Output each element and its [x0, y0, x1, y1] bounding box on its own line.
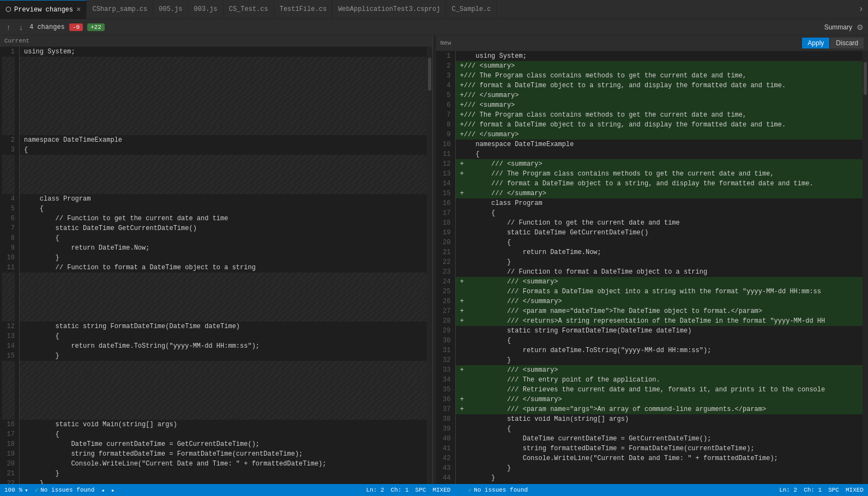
- line-number: 5: [438, 90, 451, 100]
- settings-gear-icon[interactable]: ⚙: [857, 23, 864, 32]
- line-number: 4: [438, 81, 451, 90]
- status-right: Ln: 2 Ch: 1 SPC MIXED: [366, 487, 451, 493]
- scroll-right-btn[interactable]: ▸: [111, 487, 115, 494]
- toolbar: ↑ ↓ 4 changes -0 +22 Summary ⚙: [0, 19, 868, 35]
- code-line: +/// format a DateTime object to a strin…: [456, 120, 863, 130]
- line-number: [2, 155, 15, 165]
- right-eol-indicator: MIXED: [846, 487, 864, 493]
- code-line: [20, 380, 427, 390]
- tab-preview-changes[interactable]: ⬡ Preview changes ×: [0, 0, 87, 19]
- tab-cs-test[interactable]: CS_Test.cs: [224, 0, 274, 19]
- code-line: + /// </summary>: [456, 297, 863, 306]
- line-number: 30: [438, 336, 451, 346]
- code-line: [20, 273, 427, 282]
- line-number: 15: [2, 351, 15, 361]
- right-code-area[interactable]: using System;+/// <summary>+/// The Prog…: [456, 51, 863, 484]
- line-number: 45: [438, 483, 451, 484]
- ch-indicator: Ch: 1: [391, 487, 409, 493]
- tab-test1file[interactable]: Test1File.cs: [274, 0, 333, 19]
- line-number: [2, 273, 15, 282]
- line-number: [2, 282, 15, 292]
- right-pane-scroll[interactable]: 1234567891011121314151617181920212223242…: [436, 51, 869, 484]
- nav-up-button[interactable]: ↑: [4, 22, 13, 33]
- code-line: }: [20, 479, 427, 484]
- line-number: 6: [2, 214, 15, 223]
- tab-preview-close[interactable]: ×: [76, 5, 81, 14]
- line-number: [2, 86, 15, 96]
- line-number: 1: [438, 51, 451, 61]
- left-scrollbar[interactable]: [427, 47, 432, 484]
- right-pane: New Apply Discard 1234567891011121314151…: [436, 35, 869, 484]
- nav-down-button[interactable]: ↓: [17, 22, 25, 33]
- code-line: }: [20, 253, 427, 263]
- right-pane-header: New Apply Discard: [436, 35, 869, 51]
- code-line: [20, 174, 427, 184]
- tab-csharp-samp-label: CSharp_samp.cs: [92, 5, 147, 13]
- code-line: [20, 125, 427, 135]
- code-line: +/// <summary>: [456, 61, 863, 71]
- line-number: 31: [438, 346, 451, 355]
- code-line: return DateTime.Now;: [20, 243, 427, 253]
- left-pane-scroll[interactable]: 123456789101112131415161718192021222324 …: [0, 47, 432, 484]
- eol-indicator: MIXED: [432, 487, 450, 493]
- code-line: static void Main(string[] args): [20, 420, 427, 430]
- code-line: using System;: [20, 47, 427, 57]
- line-number: 18: [2, 439, 15, 449]
- discard-button[interactable]: Discard: [830, 38, 864, 49]
- line-number: 34: [438, 375, 451, 385]
- code-line: {: [456, 149, 863, 159]
- right-line-numbers: 1234567891011121314151617181920212223242…: [436, 51, 456, 484]
- code-line: {: [20, 204, 427, 214]
- code-line: + /// </summary>: [456, 395, 863, 404]
- tab-webapp[interactable]: WebApplicationTest3.csproj: [333, 0, 446, 19]
- line-number: 21: [438, 247, 451, 257]
- line-number: 3: [438, 71, 451, 81]
- tab-csharp-samp[interactable]: CSharp_samp.cs: [87, 0, 153, 19]
- issues-label: No issues found: [40, 487, 94, 493]
- scroll-left-btn[interactable]: ◂: [101, 487, 105, 494]
- code-line: static string FormatDateTime(DateTime da…: [20, 322, 427, 331]
- issues-status[interactable]: ✓ No issues found: [35, 487, 95, 494]
- line-number: [2, 312, 15, 322]
- code-line: static string FormatDateTime(DateTime da…: [456, 326, 863, 336]
- right-scrollbar[interactable]: [863, 51, 868, 484]
- right-ln-indicator: Ln: 2: [779, 487, 797, 493]
- line-number: [2, 76, 15, 86]
- code-line: Console.WriteLine("Current Date and Time…: [456, 453, 863, 463]
- left-code-area[interactable]: using System;namespace DateTimeExample{ …: [20, 47, 427, 484]
- apply-button[interactable]: Apply: [802, 38, 829, 49]
- line-number: 16: [2, 420, 15, 430]
- line-number: 29: [438, 326, 451, 336]
- line-number: [2, 184, 15, 194]
- line-number: 16: [438, 198, 451, 208]
- code-line: [20, 371, 427, 380]
- right-issues-status[interactable]: ✓ No issues found: [468, 487, 528, 494]
- removed-badge: -0: [69, 23, 83, 31]
- tab-webapp-label: WebApplicationTest3.csproj: [338, 5, 440, 13]
- code-line: {: [20, 331, 427, 341]
- code-line: [20, 361, 427, 371]
- line-number: 37: [438, 404, 451, 414]
- line-number: 9: [2, 243, 15, 253]
- line-number: 11: [2, 263, 15, 273]
- tab-003js[interactable]: 003.js: [188, 0, 223, 19]
- line-number: 4: [2, 194, 15, 204]
- zoom-control[interactable]: 100 % ▾: [4, 487, 28, 494]
- summary-button[interactable]: Summary: [824, 23, 852, 31]
- line-number: 18: [438, 218, 451, 228]
- line-number: 17: [2, 430, 15, 439]
- line-number: [2, 380, 15, 390]
- code-line: }: [456, 463, 863, 473]
- tab-005js[interactable]: 005.js: [153, 0, 188, 19]
- line-number: 13: [438, 169, 451, 179]
- line-number: 9: [438, 130, 451, 140]
- line-number: 42: [438, 453, 451, 463]
- code-line: {: [20, 233, 427, 243]
- tab-scroll-arrow[interactable]: ›: [854, 4, 868, 14]
- code-line: using System;: [456, 51, 863, 61]
- line-number: 12: [438, 159, 451, 169]
- tab-csample[interactable]: C_Sample.c: [446, 0, 497, 19]
- line-number: 5: [2, 204, 15, 214]
- line-number: 14: [438, 179, 451, 189]
- apply-discard-bar: Apply Discard: [802, 38, 864, 49]
